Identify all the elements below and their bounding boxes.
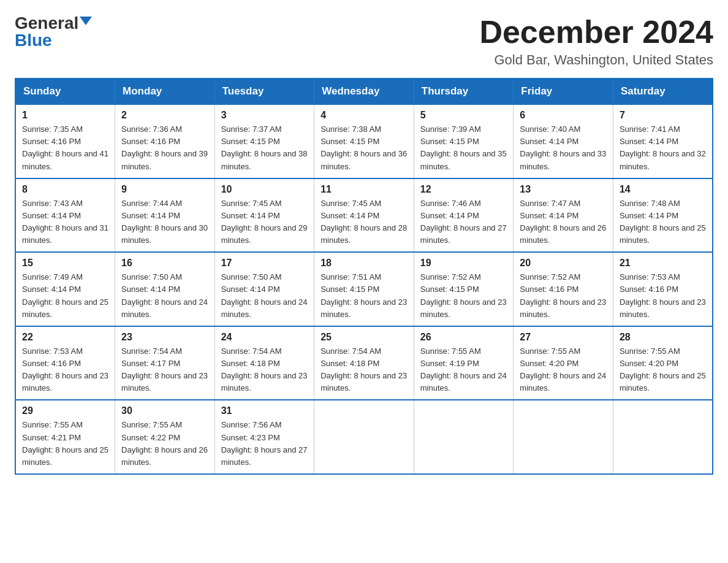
day-cell: 1 Sunrise: 7:35 AMSunset: 4:16 PMDayligh… [15, 104, 115, 178]
day-cell: 25 Sunrise: 7:54 AMSunset: 4:18 PMDaylig… [314, 326, 414, 400]
day-cell: 8 Sunrise: 7:43 AMSunset: 4:14 PMDayligh… [15, 178, 115, 253]
day-number: 7 [620, 110, 706, 121]
day-number: 12 [420, 184, 507, 195]
day-detail: Sunrise: 7:38 AMSunset: 4:15 PMDaylight:… [320, 124, 407, 170]
day-detail: Sunrise: 7:55 AMSunset: 4:22 PMDaylight:… [121, 420, 208, 466]
day-detail: Sunrise: 7:39 AMSunset: 4:15 PMDaylight:… [420, 124, 507, 170]
day-detail: Sunrise: 7:55 AMSunset: 4:19 PMDaylight:… [420, 347, 507, 393]
week-row-4: 22 Sunrise: 7:53 AMSunset: 4:16 PMDaylig… [15, 326, 713, 400]
day-cell: 27 Sunrise: 7:55 AMSunset: 4:20 PMDaylig… [514, 326, 613, 400]
day-number: 21 [620, 258, 706, 269]
day-number: 15 [22, 258, 108, 269]
weekday-header-thursday: Thursday [414, 79, 514, 104]
header: General Blue December 2024 Gold Bar, Was… [15, 15, 713, 68]
day-detail: Sunrise: 7:53 AMSunset: 4:16 PMDaylight:… [620, 272, 706, 318]
day-cell: 13 Sunrise: 7:47 AMSunset: 4:14 PMDaylig… [514, 178, 613, 253]
day-number: 13 [520, 184, 607, 195]
day-detail: Sunrise: 7:55 AMSunset: 4:20 PMDaylight:… [620, 347, 706, 393]
day-cell: 22 Sunrise: 7:53 AMSunset: 4:16 PMDaylig… [15, 326, 115, 400]
logo-triangle-icon [80, 17, 92, 25]
day-cell: 21 Sunrise: 7:53 AMSunset: 4:16 PMDaylig… [613, 252, 713, 326]
logo-general: General [15, 15, 78, 32]
day-detail: Sunrise: 7:36 AMSunset: 4:16 PMDaylight:… [121, 124, 208, 170]
day-number: 11 [320, 184, 408, 195]
logo: General Blue [15, 15, 92, 49]
calendar-table: SundayMondayTuesdayWednesdayThursdayFrid… [15, 78, 713, 475]
day-cell: 2 Sunrise: 7:36 AMSunset: 4:16 PMDayligh… [115, 104, 215, 178]
day-cell: 6 Sunrise: 7:40 AMSunset: 4:14 PMDayligh… [514, 104, 613, 178]
weekday-header-wednesday: Wednesday [314, 79, 414, 104]
day-number: 16 [121, 258, 208, 269]
day-number: 30 [121, 405, 208, 416]
day-number: 3 [221, 110, 308, 121]
day-detail: Sunrise: 7:53 AMSunset: 4:16 PMDaylight:… [22, 347, 108, 393]
day-number: 5 [420, 110, 507, 121]
day-number: 26 [420, 332, 507, 343]
day-detail: Sunrise: 7:45 AMSunset: 4:14 PMDaylight:… [221, 199, 308, 245]
weekday-header-saturday: Saturday [613, 79, 713, 104]
day-detail: Sunrise: 7:45 AMSunset: 4:14 PMDaylight:… [320, 199, 407, 245]
day-cell: 14 Sunrise: 7:48 AMSunset: 4:14 PMDaylig… [613, 178, 713, 253]
day-detail: Sunrise: 7:40 AMSunset: 4:14 PMDaylight:… [520, 124, 606, 170]
day-cell: 18 Sunrise: 7:51 AMSunset: 4:15 PMDaylig… [314, 252, 414, 326]
day-cell [414, 400, 514, 474]
day-number: 1 [22, 110, 108, 121]
day-number: 25 [320, 332, 408, 343]
weekday-header-row: SundayMondayTuesdayWednesdayThursdayFrid… [15, 79, 713, 104]
day-cell: 30 Sunrise: 7:55 AMSunset: 4:22 PMDaylig… [115, 400, 215, 474]
day-cell: 31 Sunrise: 7:56 AMSunset: 4:23 PMDaylig… [214, 400, 314, 474]
month-title: December 2024 [479, 15, 713, 50]
day-number: 27 [520, 332, 607, 343]
day-number: 19 [420, 258, 507, 269]
day-detail: Sunrise: 7:43 AMSunset: 4:14 PMDaylight:… [22, 199, 108, 245]
day-detail: Sunrise: 7:48 AMSunset: 4:14 PMDaylight:… [620, 199, 706, 245]
day-cell: 16 Sunrise: 7:50 AMSunset: 4:14 PMDaylig… [115, 252, 215, 326]
day-number: 20 [520, 258, 607, 269]
day-cell: 11 Sunrise: 7:45 AMSunset: 4:14 PMDaylig… [314, 178, 414, 253]
day-number: 18 [320, 258, 408, 269]
day-cell: 19 Sunrise: 7:52 AMSunset: 4:15 PMDaylig… [414, 252, 514, 326]
day-cell: 15 Sunrise: 7:49 AMSunset: 4:14 PMDaylig… [15, 252, 115, 326]
day-cell: 7 Sunrise: 7:41 AMSunset: 4:14 PMDayligh… [613, 104, 713, 178]
day-detail: Sunrise: 7:51 AMSunset: 4:15 PMDaylight:… [320, 272, 407, 318]
day-detail: Sunrise: 7:54 AMSunset: 4:18 PMDaylight:… [221, 347, 308, 393]
day-number: 28 [620, 332, 706, 343]
day-detail: Sunrise: 7:37 AMSunset: 4:15 PMDaylight:… [221, 124, 308, 170]
day-detail: Sunrise: 7:55 AMSunset: 4:21 PMDaylight:… [22, 420, 108, 466]
weekday-header-sunday: Sunday [15, 79, 115, 104]
day-number: 14 [620, 184, 706, 195]
day-detail: Sunrise: 7:41 AMSunset: 4:14 PMDaylight:… [620, 124, 706, 170]
day-cell: 9 Sunrise: 7:44 AMSunset: 4:14 PMDayligh… [115, 178, 215, 253]
day-cell: 10 Sunrise: 7:45 AMSunset: 4:14 PMDaylig… [214, 178, 314, 253]
day-cell: 17 Sunrise: 7:50 AMSunset: 4:14 PMDaylig… [214, 252, 314, 326]
day-cell: 29 Sunrise: 7:55 AMSunset: 4:21 PMDaylig… [15, 400, 115, 474]
day-number: 29 [22, 405, 108, 416]
day-detail: Sunrise: 7:35 AMSunset: 4:16 PMDaylight:… [22, 124, 108, 170]
day-number: 6 [520, 110, 607, 121]
week-row-2: 8 Sunrise: 7:43 AMSunset: 4:14 PMDayligh… [15, 178, 713, 253]
day-cell [613, 400, 713, 474]
day-cell: 28 Sunrise: 7:55 AMSunset: 4:20 PMDaylig… [613, 326, 713, 400]
day-number: 24 [221, 332, 308, 343]
day-number: 22 [22, 332, 108, 343]
title-area: December 2024 Gold Bar, Washington, Unit… [479, 15, 713, 68]
day-cell: 23 Sunrise: 7:54 AMSunset: 4:17 PMDaylig… [115, 326, 215, 400]
weekday-header-friday: Friday [514, 79, 613, 104]
day-cell [314, 400, 414, 474]
day-number: 31 [221, 405, 308, 416]
day-detail: Sunrise: 7:55 AMSunset: 4:20 PMDaylight:… [520, 347, 606, 393]
week-row-1: 1 Sunrise: 7:35 AMSunset: 4:16 PMDayligh… [15, 104, 713, 178]
day-cell: 3 Sunrise: 7:37 AMSunset: 4:15 PMDayligh… [214, 104, 314, 178]
day-cell: 26 Sunrise: 7:55 AMSunset: 4:19 PMDaylig… [414, 326, 514, 400]
weekday-header-tuesday: Tuesday [214, 79, 314, 104]
day-detail: Sunrise: 7:54 AMSunset: 4:18 PMDaylight:… [320, 347, 407, 393]
day-detail: Sunrise: 7:44 AMSunset: 4:14 PMDaylight:… [121, 199, 208, 245]
day-detail: Sunrise: 7:46 AMSunset: 4:14 PMDaylight:… [420, 199, 507, 245]
day-detail: Sunrise: 7:47 AMSunset: 4:14 PMDaylight:… [520, 199, 606, 245]
day-detail: Sunrise: 7:49 AMSunset: 4:14 PMDaylight:… [22, 272, 108, 318]
day-cell [514, 400, 613, 474]
day-number: 10 [221, 184, 308, 195]
day-number: 4 [320, 110, 408, 121]
week-row-3: 15 Sunrise: 7:49 AMSunset: 4:14 PMDaylig… [15, 252, 713, 326]
location-title: Gold Bar, Washington, United States [479, 52, 713, 68]
